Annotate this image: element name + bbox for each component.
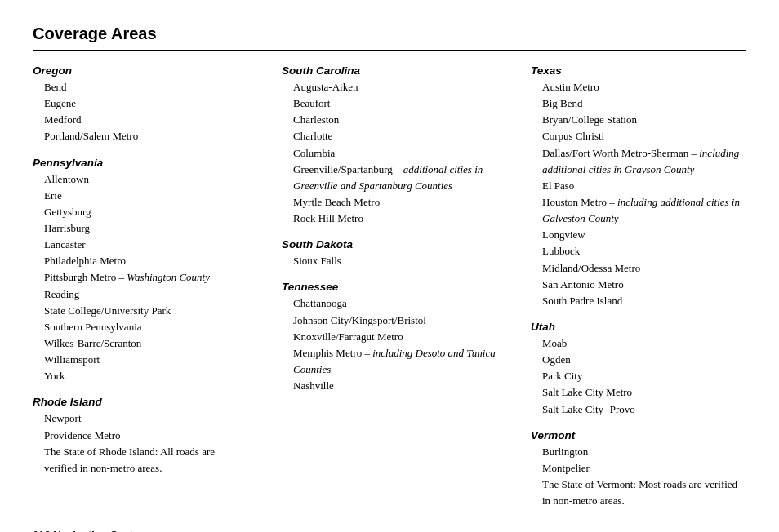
city-item: Bryan/College Station	[531, 112, 746, 128]
city-item: Longview	[531, 227, 746, 243]
city-item: San Antonio Metro	[531, 277, 746, 293]
city-item: Midland/Odessa Metro	[531, 260, 746, 277]
content-columns: OregonBendEugeneMedfordPortland/Salem Me…	[33, 64, 746, 509]
state-header-oregon: Oregon	[33, 64, 248, 77]
city-item: Moab	[531, 335, 746, 352]
state-header-vermont: Vermont	[531, 429, 746, 441]
city-item: Corpus Christi	[531, 128, 746, 144]
city-item: Erie	[33, 188, 248, 204]
city-item: The State of Rhode Island: All roads are…	[33, 444, 248, 477]
city-item: Austin Metro	[531, 79, 746, 95]
city-item: Newport	[33, 410, 248, 427]
city-item: Nashville	[282, 378, 497, 394]
city-item: The State of Vermont: Most roads are ver…	[531, 477, 746, 509]
city-item: Rock Hill Metro	[282, 211, 497, 227]
city-item: Ogden	[531, 352, 746, 368]
city-item: Charlotte	[282, 128, 497, 144]
city-item: Providence Metro	[33, 428, 248, 444]
state-header-south-dakota: South Dakota	[282, 238, 497, 250]
city-text-italic: Washington County	[127, 271, 210, 283]
state-header-rhode-island: Rhode Island	[33, 396, 248, 408]
city-item: Reading	[33, 286, 248, 303]
city-item: Augusta-Aiken	[282, 79, 497, 95]
city-item: Williamsport	[33, 352, 248, 368]
city-text-normal: Pittsburgh Metro –	[44, 271, 127, 283]
state-header-pennsylvania: Pennsylvania	[33, 157, 248, 169]
city-item: Bend	[33, 79, 248, 95]
city-text-normal: Greenville/Spartanburg –	[293, 163, 403, 175]
city-item: Montpelier	[531, 460, 746, 477]
city-item: Salt Lake City Metro	[531, 384, 746, 401]
city-item: Eugene	[33, 95, 248, 112]
page-title: Coverage Areas	[33, 24, 746, 43]
state-header-south-carolina: South Carolina	[282, 64, 497, 77]
city-item: State College/University Park	[33, 303, 248, 319]
city-item: Lancaster	[33, 237, 248, 253]
state-header-texas: Texas	[531, 64, 746, 77]
city-text-normal: Houston Metro –	[542, 196, 617, 208]
city-item: Beaufort	[282, 95, 497, 112]
city-item: Myrtle Beach Metro	[282, 194, 497, 211]
city-item: Allentown	[33, 171, 248, 188]
state-header-utah: Utah	[531, 321, 746, 333]
city-item: Big Bend	[531, 95, 746, 112]
city-item: Salt Lake City -Provo	[531, 401, 746, 418]
city-item: Dallas/Fort Worth Metro-Sherman – includ…	[531, 145, 746, 178]
city-item: Greenville/Spartanburg – additional citi…	[282, 162, 497, 194]
city-text-normal: Dallas/Fort Worth Metro-Sherman –	[542, 147, 699, 159]
city-item: Chattanooga	[282, 295, 497, 312]
city-item: York	[33, 368, 248, 384]
city-item: Columbia	[282, 145, 497, 162]
city-item: Philadelphia Metro	[33, 253, 248, 269]
city-item: Sioux Falls	[282, 253, 497, 269]
column-2: South CarolinaAugusta-AikenBeaufortCharl…	[282, 64, 514, 509]
city-text-normal: Memphis Metro –	[293, 347, 372, 359]
city-item: Burlington	[531, 444, 746, 460]
city-item: Wilkes-Barre/Scranton	[33, 335, 248, 352]
city-item: Portland/Salem Metro	[33, 128, 248, 144]
city-item: Medford	[33, 112, 248, 128]
city-item: Harrisburg	[33, 220, 248, 237]
city-item: Houston Metro – including additional cit…	[531, 194, 746, 227]
footer: 110 Navigation System	[33, 529, 746, 532]
city-item: Gettysburg	[33, 204, 248, 220]
city-item: Lubbock	[531, 243, 746, 259]
city-item: Knoxville/Farragut Metro	[282, 329, 497, 345]
city-item: Memphis Metro – including Desoto and Tun…	[282, 345, 497, 378]
divider	[33, 50, 746, 51]
city-item: Charleston	[282, 112, 497, 128]
city-item: Southern Pennsylvania	[33, 319, 248, 335]
city-item: El Paso	[531, 178, 746, 194]
column-1: OregonBendEugeneMedfordPortland/Salem Me…	[33, 64, 265, 509]
city-item: Park City	[531, 368, 746, 384]
city-item: South Padre Island	[531, 293, 746, 309]
city-item: Johnson City/Kingsport/Bristol	[282, 313, 497, 329]
state-header-tennessee: Tennessee	[282, 281, 497, 293]
city-item: Pittsburgh Metro – Washington County	[33, 269, 248, 286]
column-3: TexasAustin MetroBig BendBryan/College S…	[531, 64, 746, 509]
